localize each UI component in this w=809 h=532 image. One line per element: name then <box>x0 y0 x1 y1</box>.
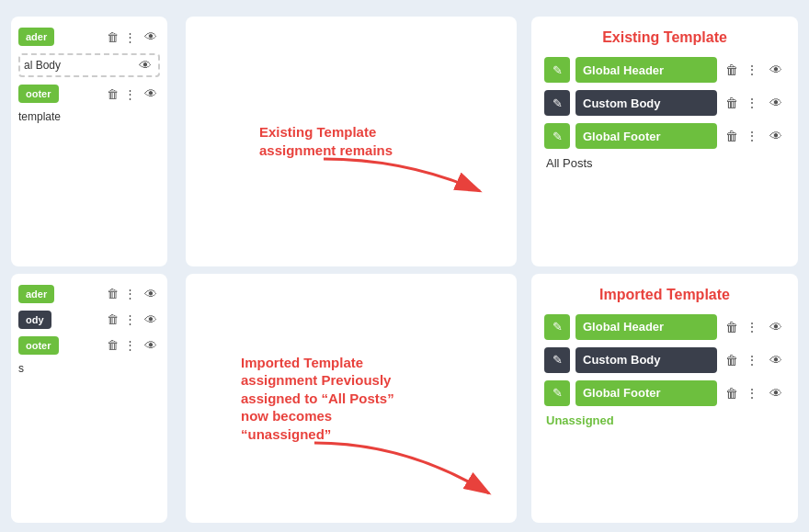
left-eye-footer-bottom[interactable]: 👁 <box>142 337 160 354</box>
left-trash-bottom[interactable]: 🗑 <box>105 286 120 301</box>
right-controls-body-top: 🗑 ⋮ <box>723 94 761 112</box>
left-panel-top: ader 🗑 ⋮ 👁 al Body 👁 ooter 🗑 ⋮ 👁 <box>11 17 167 266</box>
left-eye-header-bottom[interactable]: 👁 <box>142 286 160 302</box>
left-row-body-top: al Body 👁 <box>18 53 160 77</box>
center-box-top: Existing Template assignment remains <box>186 17 517 266</box>
right-item-body-top: ✎ Custom Body 🗑 ⋮ 👁 <box>544 90 785 116</box>
right-eye-body-top[interactable]: 👁 <box>767 94 785 112</box>
right-label-footer-bottom[interactable]: Global Footer <box>575 380 717 406</box>
right-label-body-top[interactable]: Custom Body <box>575 90 717 116</box>
right-panel-bottom: Imported Template ✎ Global Header 🗑 ⋮ 👁 … <box>531 274 798 524</box>
left-eye-body-bottom[interactable]: 👁 <box>142 311 160 328</box>
right-panel-title-top: Existing Template <box>544 29 785 46</box>
right-trash-body-bottom[interactable]: 🗑 <box>723 351 741 369</box>
right-panel-title-bottom: Imported Template <box>544 287 785 303</box>
right-label-footer-top[interactable]: Global Footer <box>575 123 717 149</box>
right-controls-footer-top: 🗑 ⋮ <box>723 127 761 145</box>
left-template-label-top: template <box>18 110 160 123</box>
left-trash-footer-bottom[interactable]: 🗑 <box>105 337 120 353</box>
right-eye-footer-top[interactable]: 👁 <box>767 127 785 145</box>
left-template-label-bottom: s <box>18 362 160 375</box>
left-header-btn-top[interactable]: ader <box>18 28 54 46</box>
right-dots-header-top[interactable]: ⋮ <box>743 61 761 79</box>
right-label-header-bottom[interactable]: Global Header <box>575 314 717 340</box>
pencil-icon-body-bottom: ✎ <box>553 353 563 367</box>
left-footer-btn-top[interactable]: ooter <box>18 85 59 103</box>
annotation-section-top: Existing Template assignment remains <box>186 123 517 159</box>
left-row-footer-top: ooter 🗑 ⋮ 👁 <box>18 85 160 103</box>
left-dots-bottom[interactable]: ⋮ <box>122 286 138 301</box>
arrow-top <box>314 150 498 205</box>
right-item-header-top: ✎ Global Header 🗑 ⋮ 👁 <box>544 57 785 83</box>
right-eye-header-top[interactable]: 👁 <box>767 61 785 79</box>
right-panel-top: Existing Template ✎ Global Header 🗑 ⋮ 👁 … <box>531 17 798 266</box>
right-item-body-bottom: ✎ Custom Body 🗑 ⋮ 👁 <box>544 347 785 373</box>
arrow-bottom <box>305 434 507 507</box>
right-controls-body-bottom: 🗑 ⋮ <box>723 351 761 369</box>
right-label-body-bottom[interactable]: Custom Body <box>575 347 717 373</box>
left-dots-footer-bottom[interactable]: ⋮ <box>122 337 138 353</box>
left-trash-body-bottom[interactable]: 🗑 <box>105 311 120 327</box>
right-edit-footer-top[interactable]: ✎ <box>544 123 570 149</box>
right-dots-header-bottom[interactable]: ⋮ <box>743 318 761 336</box>
right-controls-footer-bottom: 🗑 ⋮ <box>723 384 761 402</box>
center-box-bottom: Imported Template assignment Previously … <box>186 274 517 524</box>
right-controls-header-top: 🗑 ⋮ <box>723 61 761 79</box>
right-dots-footer-top[interactable]: ⋮ <box>743 127 761 145</box>
right-edit-header-bottom[interactable]: ✎ <box>544 314 570 340</box>
right-eye-header-bottom[interactable]: 👁 <box>767 318 785 336</box>
left-row-footer-bottom: ooter 🗑 ⋮ 👁 <box>18 336 160 355</box>
assignment-label-bottom: Unassigned <box>544 413 785 427</box>
left-panel-bottom: ader 🗑 ⋮ 👁 ody 🗑 ⋮ 👁 ooter <box>11 274 167 524</box>
left-row-header-top: ader 🗑 ⋮ 👁 <box>18 28 160 46</box>
annotation-text-bottom: Imported Template assignment Previously … <box>241 354 425 444</box>
right-dots-footer-bottom[interactable]: ⋮ <box>743 384 761 402</box>
assignment-label-top: All Posts <box>544 156 785 170</box>
right-trash-body-top[interactable]: 🗑 <box>723 94 741 112</box>
right-item-header-bottom: ✎ Global Header 🗑 ⋮ 👁 <box>544 314 785 340</box>
pencil-icon-body-top: ✎ <box>553 96 563 110</box>
right-label-header-top[interactable]: Global Header <box>575 57 717 83</box>
right-dots-body-top[interactable]: ⋮ <box>743 94 761 112</box>
right-dots-body-bottom[interactable]: ⋮ <box>743 351 761 369</box>
right-edit-body-bottom[interactable]: ✎ <box>544 347 570 373</box>
right-trash-footer-top[interactable]: 🗑 <box>723 127 741 145</box>
right-edit-header-top[interactable]: ✎ <box>544 57 570 83</box>
pencil-icon-header-bottom: ✎ <box>553 320 563 334</box>
right-eye-footer-bottom[interactable]: 👁 <box>767 384 785 402</box>
pencil-icon-header-top: ✎ <box>553 63 563 77</box>
left-body-btn-bottom[interactable]: ody <box>18 311 51 329</box>
right-item-footer-bottom: ✎ Global Footer 🗑 ⋮ 👁 <box>544 380 785 406</box>
left-dots-body-bottom[interactable]: ⋮ <box>122 311 138 327</box>
annotation-section-bottom: Imported Template assignment Previously … <box>186 354 517 444</box>
left-eye-header-top[interactable]: 👁 <box>142 28 160 45</box>
left-eye-footer-top[interactable]: 👁 <box>142 85 160 102</box>
left-dots-footer-top[interactable]: ⋮ <box>122 86 138 102</box>
pencil-icon-footer-top: ✎ <box>553 130 563 143</box>
right-trash-header-top[interactable]: 🗑 <box>723 61 741 79</box>
left-eye-body-top[interactable]: 👁 <box>136 57 154 74</box>
left-dots-top[interactable]: ⋮ <box>122 29 138 45</box>
right-edit-footer-bottom[interactable]: ✎ <box>544 380 570 406</box>
left-trash-footer-top[interactable]: 🗑 <box>105 86 120 102</box>
right-edit-body-top[interactable]: ✎ <box>544 90 570 116</box>
left-row-body-bottom: ody 🗑 ⋮ 👁 <box>18 311 160 329</box>
left-body-label-top: al Body <box>24 59 61 72</box>
right-trash-footer-bottom[interactable]: 🗑 <box>723 384 741 402</box>
left-row-header-bottom: ader 🗑 ⋮ 👁 <box>18 285 160 303</box>
left-footer-btn-bottom[interactable]: ooter <box>18 336 59 355</box>
left-header-btn-bottom[interactable]: ader <box>18 285 54 303</box>
right-eye-body-bottom[interactable]: 👁 <box>767 351 785 369</box>
right-item-footer-top: ✎ Global Footer 🗑 ⋮ 👁 <box>544 123 785 149</box>
right-controls-header-bottom: 🗑 ⋮ <box>723 318 761 336</box>
right-trash-header-bottom[interactable]: 🗑 <box>723 318 741 336</box>
pencil-icon-footer-bottom: ✎ <box>553 386 563 400</box>
left-trash-top[interactable]: 🗑 <box>105 29 120 45</box>
